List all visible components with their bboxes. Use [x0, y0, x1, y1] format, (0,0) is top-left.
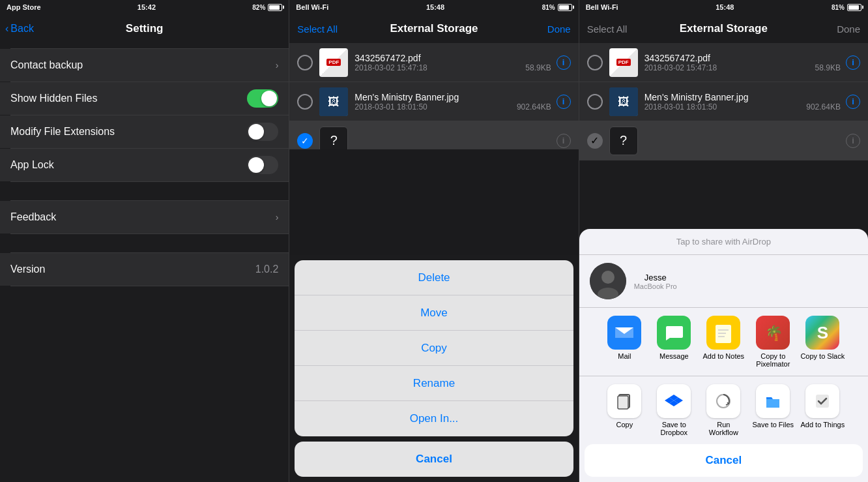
- battery-icon-2: [558, 4, 572, 11]
- workflow-action-label: Run Workflow: [701, 421, 745, 436]
- file-thumb-pdf: PDF: [319, 48, 348, 77]
- airdrop-header: Tap to share with AirDrop: [579, 229, 868, 255]
- status-time-1: 15:42: [137, 3, 156, 11]
- file-item-jpg-3[interactable]: 🖼 Men's Ministry Banner.jpg 2018-03-01 1…: [579, 82, 868, 121]
- file-checkbox-3-3[interactable]: ✓: [587, 133, 603, 149]
- page-title-2: External Storage: [390, 22, 478, 35]
- status-bar-3: Bell Wi-Fi 15:48 81%: [579, 0, 868, 14]
- action-copy[interactable]: Copy: [295, 331, 573, 366]
- file-checkbox-2[interactable]: [297, 94, 313, 110]
- file-item-pdf[interactable]: PDF 3432567472.pdf 2018-03-02 15:47:18 5…: [289, 43, 578, 82]
- external-storage-panel: Bell Wi-Fi 15:48 81% Select All External…: [289, 0, 579, 482]
- panel-3-content: Bell Wi-Fi 15:48 81% Select All External…: [579, 0, 868, 482]
- action-open-in[interactable]: Open In...: [295, 401, 573, 436]
- file-info-btn-3-3[interactable]: i: [846, 134, 860, 148]
- avatar-image: [590, 263, 626, 299]
- app-item-message[interactable]: Message: [652, 316, 696, 368]
- dropbox-action-icon: [657, 384, 691, 418]
- pixelmator-app-icon: 🌴: [756, 316, 790, 350]
- action-move[interactable]: Move: [295, 295, 573, 331]
- app-item-slack[interactable]: S Copy to Slack: [800, 316, 845, 368]
- airdrop-name: Jesse: [634, 273, 677, 282]
- airdrop-device: MacBook Pro: [634, 282, 677, 290]
- status-icons-3: 81%: [832, 4, 861, 11]
- file-checkbox-3-1[interactable]: [587, 55, 603, 70]
- action-item-things[interactable]: Add to Things: [800, 384, 845, 436]
- action-cancel-button[interactable]: Cancel: [295, 442, 573, 477]
- copy-action-label: Copy: [616, 421, 633, 429]
- back-label[interactable]: Back: [10, 23, 34, 35]
- svg-text:🌴: 🌴: [765, 324, 783, 342]
- show-hidden-files-toggle[interactable]: [247, 89, 278, 108]
- action-delete[interactable]: Delete: [295, 260, 573, 295]
- svg-text:🖼: 🖼: [328, 95, 340, 108]
- file-name-1: 3432567472.pdf: [354, 53, 551, 63]
- done-button[interactable]: Done: [547, 23, 571, 35]
- action-rename[interactable]: Rename: [295, 366, 573, 401]
- files-icon: [764, 392, 782, 410]
- app-item-pixelmator[interactable]: 🌴 Copy to Pixelmator: [751, 316, 795, 368]
- status-bar-2: Bell Wi-Fi 15:48 81%: [289, 0, 578, 14]
- action-item-copy[interactable]: Copy: [602, 384, 646, 436]
- app-item-notes[interactable]: Add to Notes: [701, 316, 745, 368]
- pixelmator-icon: 🌴: [762, 322, 783, 343]
- settings-row-modify-extensions: Modify File Extensions: [0, 115, 289, 148]
- file-item-pdf-3[interactable]: PDF 3432567472.pdf 2018-03-02 15:47:18 5…: [579, 43, 868, 82]
- show-hidden-files-label: Show Hidden Files: [10, 93, 247, 104]
- file-info-btn-2[interactable]: i: [557, 95, 571, 109]
- select-all-button-3: Select All: [587, 23, 628, 35]
- copy-action-icon: [607, 384, 641, 418]
- notes-label: Add to Notes: [703, 352, 745, 360]
- file-info-btn-3-1[interactable]: i: [846, 55, 860, 70]
- settings-row-feedback[interactable]: Feedback ›: [0, 201, 289, 233]
- message-app-icon: [657, 316, 691, 350]
- file-item-unknown-3[interactable]: ✓ ? i: [579, 121, 868, 160]
- action-item-files[interactable]: Save to Files: [751, 384, 795, 436]
- settings-row-app-lock: App Lock: [0, 149, 289, 181]
- file-item-unknown[interactable]: ✓ ? i: [289, 121, 578, 149]
- status-time-3: 15:48: [716, 3, 734, 11]
- section-gap: [0, 182, 289, 200]
- file-date-1: 2018-03-02 15:47:18: [354, 63, 427, 72]
- pdf-label-3: PDF: [616, 59, 631, 66]
- message-icon: [663, 322, 684, 343]
- file-checkbox-1[interactable]: [297, 55, 313, 70]
- file-checkbox-3[interactable]: ✓: [297, 133, 313, 149]
- airdrop-avatar-jesse[interactable]: [590, 263, 626, 299]
- file-thumb-unknown: ?: [319, 127, 348, 149]
- version-value: 1.0.2: [255, 264, 279, 275]
- file-info-btn-3[interactable]: i: [557, 134, 571, 148]
- battery-label-1: 82%: [252, 4, 265, 11]
- file-info-3-1: 3432567472.pdf 2018-03-02 15:47:18 58.9K…: [644, 53, 841, 72]
- file-item-jpg[interactable]: 🖼 Men's Ministry Banner.jpg 2018-03-01 1…: [289, 82, 578, 121]
- svg-rect-7: [716, 325, 731, 343]
- status-icons-1: 82%: [252, 4, 282, 11]
- file-info-btn-1[interactable]: i: [557, 55, 571, 70]
- app-lock-toggle[interactable]: [247, 156, 278, 174]
- action-item-workflow[interactable]: Run Workflow: [701, 384, 745, 436]
- file-meta-3-2: 2018-03-01 18:01:50 902.64KB: [644, 102, 841, 112]
- action-sheet: Delete Move Copy Rename Open In... Cance…: [289, 255, 578, 482]
- file-info-btn-3-2[interactable]: i: [846, 95, 860, 109]
- notes-app-icon: [706, 316, 740, 350]
- share-cancel-button[interactable]: Cancel: [585, 444, 863, 477]
- page-title-1: Setting: [126, 22, 164, 35]
- modify-extensions-toggle[interactable]: [247, 123, 278, 141]
- toggle-thumb-1: [261, 91, 277, 106]
- battery-icon-3: [847, 4, 861, 11]
- file-date-3-1: 2018-03-02 15:47:18: [644, 63, 717, 72]
- back-button[interactable]: ‹ Back: [5, 23, 34, 35]
- files-action-icon: [756, 384, 790, 418]
- action-item-dropbox[interactable]: Save to Dropbox: [652, 384, 696, 436]
- app-item-mail[interactable]: Mail: [602, 316, 646, 368]
- battery-label-3: 81%: [832, 4, 845, 11]
- svg-point-5: [601, 271, 615, 284]
- file-name-3-2: Men's Ministry Banner.jpg: [644, 92, 841, 102]
- toggle-thumb-2: [248, 124, 264, 140]
- airdrop-person-jesse[interactable]: Jesse MacBook Pro: [634, 273, 677, 290]
- settings-row-contact-backup[interactable]: Contact backup ›: [0, 49, 289, 82]
- file-thumb-jpg: 🖼: [319, 87, 348, 116]
- select-all-button[interactable]: Select All: [297, 23, 338, 35]
- file-checkbox-3-2[interactable]: [587, 94, 603, 110]
- file-date-3-2: 2018-03-01 18:01:50: [644, 102, 717, 112]
